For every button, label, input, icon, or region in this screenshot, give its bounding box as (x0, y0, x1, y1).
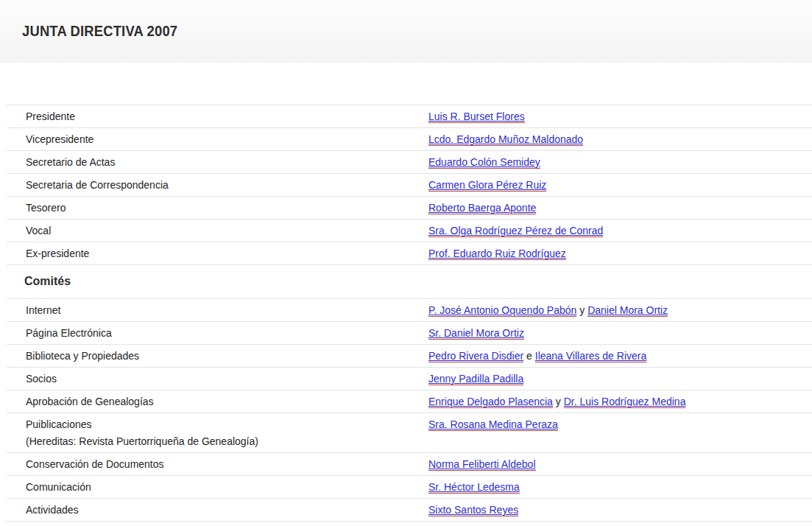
member-link[interactable]: Enrique Delgado Plasencia (428, 396, 553, 408)
role-label: Tesorero (7, 197, 428, 219)
member-link[interactable]: Sra. Rosana Medina Peraza (428, 418, 558, 431)
separator-text: y (553, 396, 564, 407)
member-names: Sra. Olga Rodríguez Pérez de Conrad (428, 220, 812, 242)
role-label: Comunicación (7, 476, 428, 498)
table-row: Presidente Luis R. Burset Flores (7, 105, 812, 127)
member-link[interactable]: Dr. Luis Rodríguez Medina (564, 396, 686, 408)
role-label: Aprobación de Genealogías (7, 390, 428, 413)
member-link[interactable]: Sixto Santos Reyes (428, 504, 518, 516)
member-names: Sra. Rosana Medina Peraza (428, 413, 812, 452)
member-names: Roberto Baerga Aponte (428, 197, 812, 219)
member-link[interactable]: Sr. Héctor Ledesma (428, 481, 520, 494)
member-names: Jenny Padilla Padilla (428, 368, 812, 390)
table-row: Comunicación Sr. Héctor Ledesma (7, 475, 812, 498)
committees-heading: Comités (7, 265, 812, 298)
role-label: Puiblicaciones(Hereditas: Revista Puerto… (7, 413, 428, 452)
member-link[interactable]: Ileana Villares de Rivera (535, 350, 647, 362)
member-names: Lcdo. Edgardo Muñoz Maldonado (428, 128, 812, 150)
table-row: Página Electrónica Sr. Daniel Mora Ortiz (7, 321, 812, 344)
table-row: Biblioteca y Propiedades Pedro Rivera Di… (7, 344, 812, 367)
member-link[interactable]: Jenny Padilla Padilla (428, 373, 523, 385)
role-label: Página Electrónica (7, 322, 428, 344)
role-label: Vicepresidente (7, 128, 428, 150)
role-label: Presidente (7, 105, 428, 127)
role-label: Internet (7, 299, 428, 321)
table-row: Secretario de Actas Eduardo Colón Semide… (7, 150, 812, 173)
table-row: Conservación de Documentos Norma Feliber… (7, 452, 812, 475)
separator-text: e (523, 350, 535, 362)
role-label: Biblioteca y Propiedades (7, 345, 428, 367)
member-names: Prof. Eduardo Ruiz Rodríguez (428, 242, 812, 264)
table-row: Puiblicaciones(Hereditas: Revista Puerto… (7, 413, 812, 452)
member-link[interactable]: Daniel Mora Ortiz (587, 304, 668, 317)
role-label: Socios (7, 368, 428, 390)
member-link[interactable]: Prof. Eduardo Ruiz Rodríguez (428, 248, 566, 260)
committees-heading-label: Comités (24, 274, 71, 289)
member-link[interactable]: Pedro Rivera Disdier (428, 350, 523, 362)
role-note: (Hereditas: Revista Puertorriqueña de Ge… (26, 435, 428, 448)
role-label: Conservación de Documentos (7, 453, 428, 475)
member-names: Sixto Santos Reyes (428, 499, 812, 521)
member-names: P. José Antonio Oquendo Pabón y Daniel M… (428, 299, 812, 321)
table-row: Secretaria de Correspondencia Carmen Glo… (7, 173, 812, 196)
member-link[interactable]: Luis R. Burset Flores (428, 111, 525, 123)
table-row: Socios Jenny Padilla Padilla (7, 367, 812, 390)
member-names: Luis R. Burset Flores (428, 105, 812, 127)
member-link[interactable]: Lcdo. Edgardo Muñoz Maldonado (428, 133, 583, 146)
member-names: Carmen Glora Pérez Ruiz (428, 174, 812, 196)
member-names: Sr. Héctor Ledesma (428, 476, 812, 498)
role-label: Vocal (7, 220, 428, 242)
member-link[interactable]: Sr. Daniel Mora Ortiz (428, 327, 524, 340)
member-link[interactable]: Roberto Baerga Aponte (428, 202, 536, 214)
member-names: Eduardo Colón Semidey (428, 151, 812, 173)
page-header: JUNTA DIRECTIVA 2007 (0, 0, 812, 63)
member-names: Pedro Rivera Disdier e Ileana Villares d… (428, 345, 812, 367)
table-row: Ex-presidente Prof. Eduardo Ruiz Rodrígu… (7, 242, 812, 264)
role-label: Secretaria de Correspondencia (7, 174, 428, 196)
table-row: Aprobación de Genealogías Enrique Delgad… (7, 390, 812, 413)
member-link[interactable]: Carmen Glora Pérez Ruiz (428, 179, 546, 192)
member-link[interactable]: P. José Antonio Oquendo Pabón (428, 304, 576, 317)
table-row: Vicepresidente Lcdo. Edgardo Muñoz Maldo… (7, 127, 812, 150)
role-label: Secretario de Actas (7, 151, 428, 173)
table-row: Vocal Sra. Olga Rodríguez Pérez de Conra… (7, 219, 812, 242)
page-title: JUNTA DIRECTIVA 2007 (22, 23, 177, 40)
table-row: Tesorero Roberto Baerga Aponte (7, 196, 812, 219)
committees-table: Internet P. José Antonio Oquendo Pabón y… (7, 298, 812, 522)
table-row: Internet P. José Antonio Oquendo Pabón y… (7, 298, 812, 321)
member-names: Sr. Daniel Mora Ortiz (428, 322, 812, 344)
content: Presidente Luis R. Burset Flores Vicepre… (7, 105, 812, 522)
board-table: Presidente Luis R. Burset Flores Vicepre… (7, 105, 812, 265)
member-link[interactable]: Norma Feliberti Aldebol (428, 458, 536, 471)
member-names: Norma Feliberti Aldebol (428, 453, 812, 475)
member-names: Enrique Delgado Plasencia y Dr. Luis Rod… (428, 390, 812, 413)
role-label: Ex-presidente (7, 242, 428, 264)
separator-text: y (576, 304, 587, 316)
table-row: Actividades Sixto Santos Reyes (7, 498, 812, 521)
member-link[interactable]: Eduardo Colón Semidey (428, 156, 540, 169)
role-label: Actividades (7, 499, 428, 521)
member-link[interactable]: Sra. Olga Rodríguez Pérez de Conrad (428, 225, 603, 237)
